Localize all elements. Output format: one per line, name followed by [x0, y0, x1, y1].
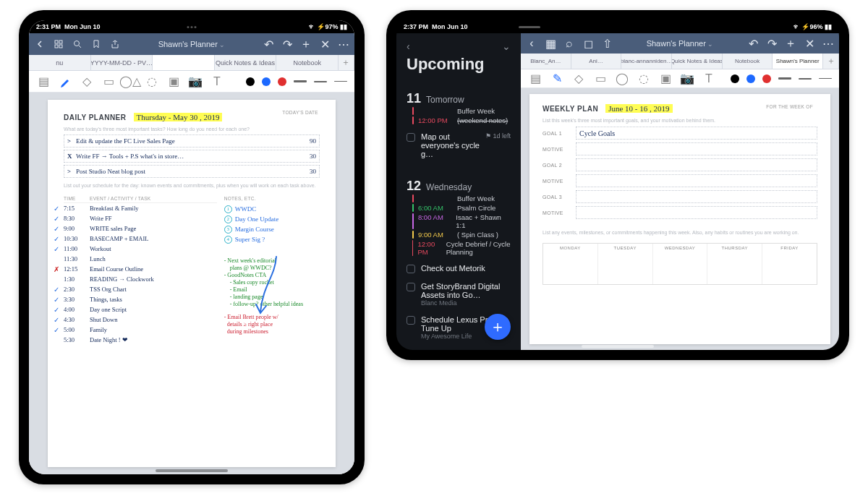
calendar-event[interactable]: 12:00 PM(weekend notes)	[407, 116, 511, 125]
redo-icon[interactable]: ↷	[767, 38, 777, 48]
day-group: 12 WednesdayBuffer Week6:00 AMPsalm Circ…	[396, 174, 521, 260]
color-black[interactable]	[246, 77, 255, 86]
planner-page[interactable]: TODAY'S DATE DAILY PLANNER Thursday - Ma…	[48, 100, 336, 467]
checkbox-icon[interactable]	[407, 283, 415, 291]
things-back-icon[interactable]: ‹	[407, 40, 410, 52]
task-row: >Edit & update the FC Live Sales Page90	[64, 134, 320, 147]
new-todo-fab[interactable]: ＋	[485, 314, 511, 340]
tab-3[interactable]: Quick Notes & Ideas	[672, 54, 723, 69]
stroke-thin[interactable]	[819, 78, 832, 79]
share-icon[interactable]	[110, 39, 120, 49]
shape-tool-icon[interactable]: ◯	[615, 72, 629, 86]
eraser-tool-icon[interactable]: ◇	[80, 74, 94, 89]
pen-tool-icon[interactable]	[58, 74, 72, 89]
new-tab-button[interactable]: ＋	[339, 55, 354, 70]
shape-tool-icon[interactable]: ◯△	[123, 74, 137, 89]
back-icon[interactable]	[35, 39, 45, 49]
calendar-event[interactable]: 9:00 AM( Spin Class )	[407, 230, 511, 239]
note-row: 3Margin Course	[224, 224, 320, 234]
readmode-icon[interactable]: ▤	[528, 72, 542, 86]
weekday-column: TUESDAY	[597, 244, 652, 284]
tab-3[interactable]: Quick Notes & Ideas	[215, 55, 277, 70]
bookmark-icon[interactable]	[91, 39, 101, 49]
color-red[interactable]	[762, 74, 771, 83]
helper-text-1: What are today's three most important ta…	[64, 126, 320, 132]
back-icon[interactable]: ‹	[527, 38, 537, 48]
grid-icon[interactable]: ▦	[545, 38, 556, 48]
tab-1[interactable]: Ani…	[571, 54, 622, 69]
more-icon[interactable]: ⋯	[339, 39, 349, 49]
image-tool-icon[interactable]: ▣	[166, 74, 181, 89]
new-tab-button[interactable]: ＋	[823, 54, 839, 69]
home-indicator[interactable]	[582, 345, 654, 348]
tab-0[interactable]: Blanc_An…	[521, 54, 571, 69]
color-black[interactable]	[731, 74, 739, 83]
pen-tool-icon[interactable]: ✎	[550, 72, 564, 86]
share-icon[interactable]: ⇧	[602, 38, 612, 48]
calendar-event[interactable]: Buffer Week	[407, 106, 511, 116]
tab-4[interactable]: Notebook	[276, 55, 339, 70]
grid-icon[interactable]	[54, 39, 64, 49]
undo-icon[interactable]: ↶	[748, 38, 758, 48]
add-icon[interactable]: ＋	[786, 38, 796, 48]
close-edit-icon[interactable]: ✕	[320, 39, 330, 49]
calendar-event[interactable]: 6:00 AMPsalm Circle	[407, 203, 511, 213]
readmode-icon[interactable]: ▤	[36, 74, 51, 89]
camera-tool-icon[interactable]: 📷	[188, 74, 203, 89]
color-blue[interactable]	[746, 74, 755, 83]
tab-0[interactable]: nu	[29, 55, 91, 70]
checkbox-icon[interactable]	[407, 265, 415, 273]
stroke-thin[interactable]	[334, 81, 347, 82]
tool-row: ▤ ◇ ▭ ◯△ ◌ ▣ 📷 T	[29, 71, 354, 93]
lasso-tool-icon[interactable]: ◌	[637, 72, 651, 86]
goal-row: GOAL 3	[542, 190, 817, 203]
color-red[interactable]	[278, 77, 286, 86]
todo-item[interactable]: Map out everyone's cycle g…⚑ 1d left	[396, 128, 521, 163]
stroke-thick[interactable]	[294, 80, 307, 82]
search-icon[interactable]: ⌕	[564, 38, 574, 48]
goal-row: MOTIVE	[542, 142, 817, 155]
top-date-label: TODAY'S DATE	[282, 110, 318, 115]
close-edit-icon[interactable]: ✕	[804, 38, 814, 48]
text-tool-icon[interactable]: T	[702, 72, 716, 86]
add-icon[interactable]: ＋	[301, 39, 311, 49]
todo-item[interactable]: Check out Metorik	[396, 260, 521, 278]
goal-row: MOTIVE	[542, 206, 817, 219]
highlighter-tool-icon[interactable]: ▭	[593, 72, 608, 86]
helper-text-2: List out your schedule for the day: know…	[64, 182, 320, 189]
home-indicator[interactable]	[156, 469, 228, 472]
things-more-icon[interactable]: ⌄	[502, 40, 511, 52]
calendar-event[interactable]: 8:00 AMIsaac + Shawn 1:1	[407, 213, 511, 230]
undo-icon[interactable]: ↶	[263, 39, 273, 49]
checkbox-icon[interactable]	[407, 133, 415, 142]
note-row: 4Super Sig ?	[224, 234, 320, 244]
highlighter-tool-icon[interactable]: ▭	[101, 74, 116, 89]
app-title[interactable]: Shawn's Planner	[158, 40, 226, 48]
tab-5[interactable]: Shawn's Planner	[773, 54, 823, 69]
status-time: 2:31 PM	[36, 23, 61, 30]
checkbox-icon[interactable]	[407, 316, 415, 325]
app-title[interactable]: Shawn's Planner	[647, 39, 714, 48]
lasso-tool-icon[interactable]: ◌	[145, 74, 159, 89]
todo-item[interactable]: Get StoryBrand Digital Assets into Go…Bl…	[396, 278, 521, 311]
bookmark-icon[interactable]: ◻	[583, 38, 593, 48]
stroke-thick[interactable]	[778, 77, 791, 80]
status-bar: 2:31 PM Mon Jun 10 ᯤ ⚡97% ▮▮	[29, 20, 354, 33]
tab-1[interactable]: YYYY-MM-DD - PV…	[91, 55, 153, 70]
image-tool-icon[interactable]: ▣	[658, 72, 673, 86]
more-icon[interactable]: ⋯	[823, 38, 833, 48]
tab-2[interactable]	[153, 55, 215, 70]
tab-4[interactable]: Notebook	[723, 54, 773, 69]
redo-icon[interactable]: ↷	[282, 39, 292, 49]
color-blue[interactable]	[262, 77, 271, 86]
text-tool-icon[interactable]: T	[210, 74, 224, 89]
tab-2[interactable]: blanc-annanniden…	[621, 54, 672, 69]
app-chrome: Shawn's Planner ↶ ↷ ＋ ✕ ⋯	[29, 33, 354, 55]
stroke-med[interactable]	[314, 81, 327, 82]
calendar-event[interactable]: 12:00 PMCycle Debrief / Cycle Planning	[407, 239, 511, 257]
eraser-tool-icon[interactable]: ◇	[571, 72, 586, 86]
camera-tool-icon[interactable]: 📷	[680, 72, 694, 86]
search-icon[interactable]	[72, 39, 82, 49]
calendar-event[interactable]: Buffer Week	[407, 194, 511, 203]
stroke-med[interactable]	[799, 78, 812, 80]
